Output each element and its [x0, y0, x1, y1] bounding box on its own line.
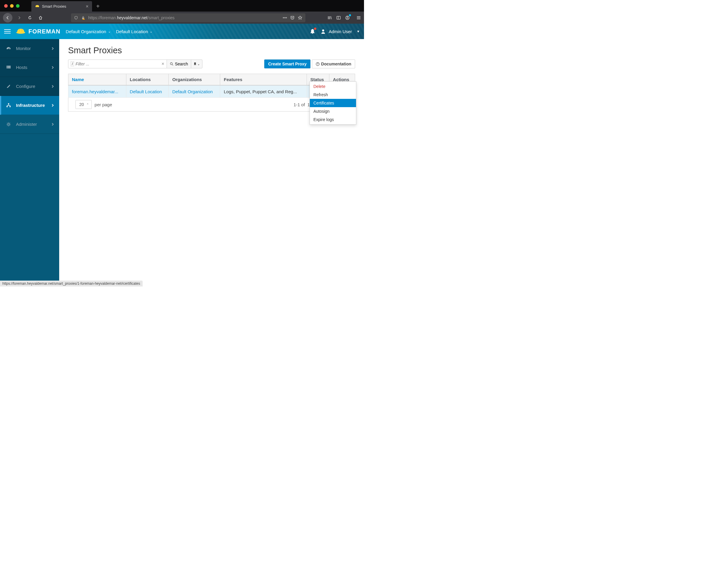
sidebar-item-hosts[interactable]: Hosts: [0, 58, 59, 77]
close-tab-button[interactable]: ×: [86, 4, 89, 9]
proxy-org-link[interactable]: Default Organization: [172, 89, 213, 94]
browser-toolbar-icons: [327, 15, 361, 20]
browser-toolbar: https://foreman.heyvaldemar.net/smart_pr…: [0, 11, 364, 24]
clear-filter-button[interactable]: ×: [162, 61, 164, 67]
chevron-right-icon: [51, 47, 54, 50]
forward-button[interactable]: [15, 14, 23, 21]
browser-menu-button[interactable]: [356, 15, 361, 20]
browser-titlebar: Smart Proxies × +: [0, 0, 364, 11]
user-name: Admin User: [329, 29, 352, 34]
sidebar-item-label: Infrastructure: [16, 103, 45, 108]
svg-rect-0: [36, 6, 39, 7]
tab-title: Smart Proxies: [42, 4, 66, 9]
org-selector[interactable]: Default Organization ⌄: [66, 29, 111, 34]
actions-dropdown-menu: Delete Refresh Certificates Autosign Exp…: [310, 82, 356, 124]
svg-point-9: [16, 32, 25, 34]
notification-badge: [314, 28, 316, 30]
browser-tab[interactable]: Smart Proxies ×: [32, 1, 92, 11]
menu-item-expire-logs[interactable]: Expire logs: [310, 115, 356, 124]
back-button[interactable]: [3, 13, 12, 22]
home-button[interactable]: [37, 14, 44, 21]
svg-rect-14: [6, 67, 11, 68]
foreman-logo[interactable]: FOREMAN: [16, 28, 60, 35]
filter-prefix-badge: /: [71, 62, 74, 66]
profile-icon[interactable]: [345, 15, 350, 20]
chevron-right-icon: [51, 85, 54, 88]
hardhat-icon: [16, 28, 25, 35]
network-icon: [5, 103, 12, 108]
filter-input[interactable]: [75, 62, 161, 66]
user-icon: [320, 29, 326, 34]
search-button[interactable]: Search: [167, 59, 191, 68]
url-actions: •••: [282, 15, 303, 20]
sidebar-toggle-button[interactable]: [4, 29, 11, 34]
menu-item-delete[interactable]: Delete: [310, 82, 356, 91]
foreman-header: FOREMAN Default Organization ⌄ Default L…: [0, 24, 364, 39]
star-icon[interactable]: [298, 15, 303, 20]
sidebar-item-configure[interactable]: Configure: [0, 77, 59, 96]
sidebar-item-label: Monitor: [16, 46, 31, 51]
server-icon: [5, 65, 12, 70]
column-header-features[interactable]: Features: [220, 74, 307, 86]
sidebar-item-monitor[interactable]: Monitor: [0, 39, 59, 58]
search-icon: [170, 62, 173, 66]
proxy-location-link[interactable]: Default Location: [130, 89, 162, 94]
search-toolbar: / × Search ⌄ Create Smart Proxy Document…: [68, 59, 355, 68]
caret-down-icon: ▼: [357, 30, 360, 33]
column-header-locations[interactable]: Locations: [126, 74, 169, 86]
svg-rect-18: [6, 106, 8, 107]
notifications-button[interactable]: [310, 29, 315, 34]
create-smart-proxy-button[interactable]: Create Smart Proxy: [264, 59, 310, 68]
svg-point-15: [7, 66, 8, 67]
menu-item-certificates[interactable]: Certificates: [310, 99, 356, 107]
sidebar-item-administer[interactable]: Administer: [0, 115, 59, 134]
column-header-name[interactable]: Name: [68, 74, 126, 86]
dashboard-icon: [5, 46, 12, 51]
chevron-right-icon: [51, 104, 54, 107]
lock-warning-icon: [81, 16, 85, 20]
pocket-icon[interactable]: [290, 15, 295, 20]
minimize-window-button[interactable]: [10, 4, 14, 8]
new-tab-button[interactable]: +: [96, 1, 100, 11]
proxy-name-link[interactable]: foreman.heyvaldemar...: [72, 89, 118, 94]
svg-point-20: [8, 123, 9, 125]
sidebar-icon[interactable]: [336, 15, 341, 20]
url-text: https://foreman.heyvaldemar.net/smart_pr…: [88, 15, 174, 20]
sidebar: Monitor Hosts Configure Infrastructure A…: [0, 39, 59, 286]
per-page-label: per page: [95, 102, 112, 107]
bookmark-button[interactable]: ⌄: [191, 59, 202, 68]
chevron-down-icon: ⌄: [197, 62, 200, 66]
page-title: Smart Proxies: [68, 46, 355, 55]
chevron-down-icon: ⌄: [108, 30, 111, 34]
reload-button[interactable]: [26, 14, 34, 21]
per-page-select[interactable]: 20 ⌃: [75, 100, 92, 109]
svg-rect-2: [337, 16, 340, 19]
browser-status-bar: https://foreman.heyvaldemar.net/smart_pr…: [0, 280, 143, 286]
help-icon: [316, 62, 320, 66]
user-menu[interactable]: Admin User ▼: [320, 29, 360, 34]
svg-point-5: [347, 16, 348, 18]
sidebar-item-infrastructure[interactable]: Infrastructure: [0, 96, 59, 115]
filter-input-wrapper[interactable]: / ×: [68, 59, 167, 68]
svg-point-10: [322, 30, 324, 32]
column-header-organizations[interactable]: Organizations: [169, 74, 220, 86]
url-bar[interactable]: https://foreman.heyvaldemar.net/smart_pr…: [71, 13, 305, 22]
sidebar-item-label: Hosts: [16, 65, 27, 70]
documentation-button[interactable]: Documentation: [312, 59, 355, 68]
page-info: 1-1 of 1: [294, 102, 310, 107]
chevron-down-icon: ⌄: [150, 30, 152, 34]
maximize-window-button[interactable]: [16, 4, 19, 8]
proxy-features: Logs, Puppet, Puppet CA, and Reg...: [220, 85, 307, 98]
location-selector[interactable]: Default Location ⌄: [116, 29, 152, 34]
menu-item-refresh[interactable]: Refresh: [310, 91, 356, 99]
library-icon[interactable]: [327, 15, 332, 20]
svg-rect-19: [9, 106, 11, 107]
sidebar-item-label: Administer: [16, 122, 37, 127]
content-area: Smart Proxies / × Search ⌄ Create Smart: [59, 39, 364, 286]
more-icon[interactable]: •••: [282, 15, 287, 20]
menu-item-autosign[interactable]: Autosign: [310, 107, 356, 115]
chevron-right-icon: [51, 122, 54, 126]
gear-icon: [5, 122, 12, 127]
close-window-button[interactable]: [4, 4, 8, 8]
chevron-up-icon: ⌃: [87, 103, 89, 106]
